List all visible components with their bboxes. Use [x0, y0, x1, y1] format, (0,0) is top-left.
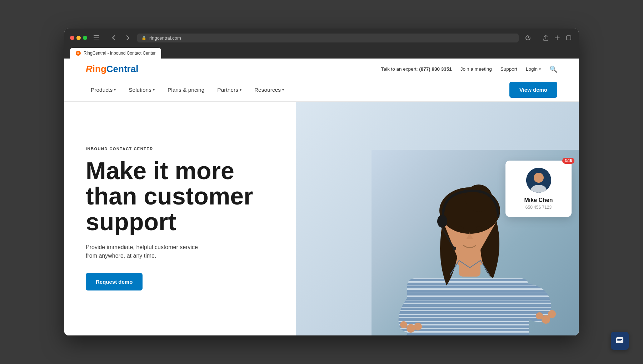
logo-central-text: Central: [106, 64, 139, 75]
url-text: ringcentral.com: [149, 35, 181, 41]
svg-point-18: [400, 321, 407, 328]
avatar-illustration: [526, 168, 551, 193]
svg-point-21: [536, 312, 543, 319]
view-demo-button[interactable]: View demo: [509, 82, 557, 98]
sidebar-toggle-button[interactable]: [91, 33, 101, 43]
new-tab-button[interactable]: [553, 34, 562, 42]
lock-icon: 🔒: [141, 36, 146, 40]
svg-point-16: [453, 247, 456, 250]
nav-item-resources[interactable]: Resources ▾: [249, 83, 289, 97]
tab-title: RingCentral - Inbound Contact Center: [84, 51, 155, 56]
nav-item-products[interactable]: Products ▾: [86, 83, 121, 97]
svg-point-22: [548, 310, 556, 318]
nav-item-plans[interactable]: Plans & pricing: [163, 83, 209, 97]
svg-rect-0: [94, 35, 99, 36]
hero-content: INBOUND CONTACT CENTER Make it more than…: [86, 102, 253, 335]
chevron-down-icon: ▾: [114, 88, 116, 92]
svg-point-15: [437, 215, 447, 228]
call-card: 3:15 Mike Chen 650 456 7123: [505, 161, 572, 217]
close-button[interactable]: [70, 36, 74, 40]
browser-tab-bar: R RingCentral - Inbound Contact Center: [70, 46, 573, 59]
hero-section: INBOUND CONTACT CENTER Make it more than…: [64, 102, 579, 335]
active-tab[interactable]: R RingCentral - Inbound Contact Center: [70, 48, 161, 59]
join-meeting-link[interactable]: Join a meeting: [460, 66, 492, 72]
svg-point-13: [458, 226, 464, 231]
maximize-button[interactable]: [83, 36, 87, 40]
tab-favicon: R: [76, 51, 81, 56]
address-bar[interactable]: 🔒 ringcentral.com: [137, 34, 519, 42]
browser-actions: [542, 34, 573, 42]
back-button[interactable]: [109, 33, 119, 43]
svg-point-12: [465, 184, 492, 212]
hero-eyebrow: INBOUND CONTACT CENTER: [86, 147, 253, 151]
logo-ring-text: Ring: [86, 64, 106, 75]
reload-button[interactable]: [523, 33, 533, 43]
header-right: Talk to an expert: (877) 930 3351 Join a…: [381, 65, 557, 73]
minimize-button[interactable]: [76, 36, 81, 40]
site-nav: Products ▾ Solutions ▾ Plans & pricing P…: [86, 78, 557, 101]
call-timer-badge: 3:15: [562, 158, 574, 164]
chat-button[interactable]: [611, 332, 629, 350]
tabs-button[interactable]: [564, 34, 573, 42]
caller-name: Mike Chen: [524, 197, 553, 203]
search-icon[interactable]: 🔍: [549, 65, 557, 73]
support-link[interactable]: Support: [500, 66, 517, 72]
chevron-down-icon: ▾: [240, 88, 241, 92]
nav-item-solutions[interactable]: Solutions ▾: [124, 83, 160, 97]
chat-icon: [615, 337, 624, 345]
browser-controls: 🔒 ringcentral.com: [70, 33, 573, 43]
chevron-down-icon: ▾: [282, 88, 284, 92]
browser-chrome: 🔒 ringcentral.com R RingCen: [64, 29, 579, 59]
hero-image: 3:15 Mike Chen 650 456 7123: [372, 150, 579, 335]
nav-item-partners[interactable]: Partners ▾: [212, 83, 246, 97]
hero-visual: 3:15 Mike Chen 650 456 7123: [253, 102, 557, 335]
login-button[interactable]: Login ▾: [526, 66, 541, 72]
caller-number: 650 456 7123: [525, 205, 552, 210]
chevron-down-icon: ▾: [539, 67, 541, 71]
caller-avatar: [526, 168, 551, 193]
share-button[interactable]: [542, 34, 550, 42]
hero-subtext: Provide immediate, helpful customer serv…: [86, 243, 253, 260]
website-content: Ring Central Talk to an expert: (877) 93…: [64, 59, 579, 335]
svg-point-14: [476, 226, 482, 231]
expert-label: Talk to an expert: (877) 930 3351: [381, 66, 452, 72]
svg-rect-2: [94, 40, 99, 40]
svg-point-19: [414, 323, 422, 330]
request-demo-button[interactable]: Request demo: [86, 273, 143, 290]
svg-rect-1: [94, 37, 99, 38]
logo[interactable]: Ring Central: [86, 64, 138, 75]
chevron-down-icon: ▾: [153, 88, 155, 92]
svg-rect-3: [567, 36, 571, 40]
browser-window: 🔒 ringcentral.com R RingCen: [64, 29, 579, 335]
site-header: Ring Central Talk to an expert: (877) 93…: [64, 59, 579, 102]
svg-point-17: [407, 324, 415, 333]
svg-point-24: [534, 173, 544, 183]
header-top: Ring Central Talk to an expert: (877) 93…: [86, 59, 557, 78]
expert-phone[interactable]: (877) 930 3351: [419, 66, 452, 72]
traffic-lights: [70, 36, 87, 40]
hero-headline: Make it more than customer support: [86, 158, 253, 234]
forward-button[interactable]: [123, 33, 133, 43]
